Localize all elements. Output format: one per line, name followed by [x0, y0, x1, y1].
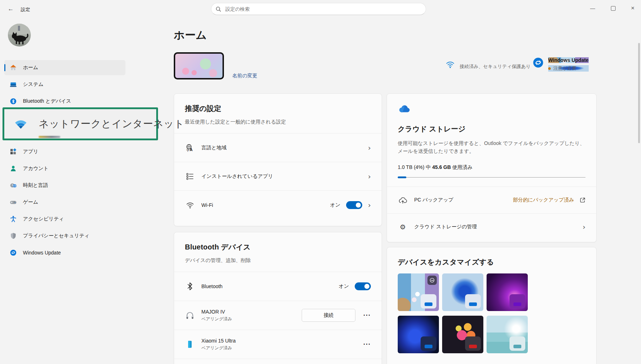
- progress-track: [398, 177, 585, 178]
- sidebar-item-time-language[interactable]: 時刻と言語: [4, 178, 125, 193]
- page-scrollbar[interactable]: [638, 43, 640, 143]
- sidebar-item-network-internet-magnified[interactable]: ネットワークとインターネット: [4, 117, 165, 131]
- row-manage-cloud-storage[interactable]: ⚙ クラウド ストレージの管理 ›: [387, 213, 596, 240]
- back-arrow-icon: ←: [8, 5, 14, 13]
- row-label: インストールされているアプリ: [201, 173, 273, 180]
- accent-pill: [469, 345, 477, 348]
- bluetooth-icon: [9, 97, 17, 105]
- bluetooth-glyph-icon: [185, 282, 195, 290]
- sidebar-item-system[interactable]: システム: [4, 77, 125, 92]
- chevron-right-icon: ›: [368, 173, 371, 180]
- theme-thumbnail-grid: [387, 267, 596, 353]
- sidebar-item-label: プライバシーとセキュリティ: [23, 233, 90, 239]
- theme-thumbnail-bloom-light[interactable]: [442, 273, 483, 311]
- row-cutoff: [174, 359, 382, 364]
- close-button[interactable]: ×: [628, 4, 638, 13]
- sidebar-item-bluetooth-devices[interactable]: Bluetooth とデバイス: [4, 94, 125, 109]
- windows-update-title: Windows Update: [548, 57, 589, 63]
- device-status: ペアリング済み: [201, 345, 236, 351]
- network-status[interactable]: 接続済み、セキュリティ保護あり: [445, 60, 531, 69]
- windows-update-icon: [9, 249, 17, 257]
- progress-fill: [398, 176, 406, 178]
- search-icon: [216, 6, 221, 12]
- sidebar-item-apps[interactable]: アプリ: [4, 144, 125, 159]
- row-language-region[interactable]: A字 言語と地域 ›: [174, 133, 382, 162]
- svg-text:A: A: [190, 148, 193, 152]
- phone-icon: [185, 340, 195, 349]
- rename-device-link[interactable]: 名前の変更: [232, 73, 257, 79]
- cloud-storage-card: クラウド ストレージ 使用可能なストレージを使用すると、Outlook でファイ…: [387, 93, 597, 242]
- settings-search[interactable]: [211, 3, 426, 15]
- more-options-icon[interactable]: ···: [363, 312, 371, 319]
- theme-thumbnail-bloom-dark[interactable]: [398, 316, 439, 353]
- wifi-icon: [185, 201, 195, 209]
- sidebar-item-label: Bluetooth とデバイス: [23, 98, 71, 105]
- row-device-xiaomi-15-ultra[interactable]: Xiaomi 15 Ultra ペアリング済み ···: [174, 330, 382, 359]
- system-icon: [9, 81, 17, 88]
- more-options-icon[interactable]: ···: [363, 341, 371, 348]
- chevron-right-icon: ›: [583, 223, 585, 230]
- sidebar-item-home[interactable]: ホーム: [4, 60, 125, 75]
- wifi-toggle[interactable]: [346, 201, 362, 209]
- row-label: 言語と地域: [201, 145, 226, 151]
- card-subtitle: 最近使用した設定と一般的に使用される設定: [185, 119, 371, 125]
- storage-progress-bar: [398, 176, 585, 179]
- shield-icon: [9, 232, 17, 240]
- theme-thumbnail-purple-glow[interactable]: [487, 273, 528, 311]
- search-input[interactable]: [225, 6, 421, 12]
- connect-button[interactable]: 接続: [302, 309, 355, 322]
- storage-used-value: 45.6 GB: [432, 164, 451, 170]
- bluetooth-toggle[interactable]: [355, 282, 371, 290]
- row-label: Wi-Fi: [201, 202, 213, 208]
- accent-pill: [469, 302, 477, 306]
- theme-thumbnail-lake-landscape[interactable]: [487, 316, 528, 353]
- time-language-icon: [9, 181, 17, 189]
- apps-icon: [9, 148, 17, 156]
- black-cat-photo: [8, 24, 31, 47]
- cloud-description: 使用可能なストレージを使用すると、Outlook でファイルをバックアップしたり…: [398, 140, 588, 155]
- minimize-button[interactable]: —: [588, 4, 598, 13]
- row-installed-apps[interactable]: インストールされているアプリ ›: [174, 162, 382, 190]
- theme-thumbnail-abstract-flower[interactable]: [442, 316, 483, 353]
- chevron-right-icon: ›: [368, 144, 371, 151]
- sidebar-item-accounts[interactable]: アカウント: [4, 161, 125, 176]
- sidebar-item-windows-update[interactable]: Windows Update: [4, 245, 125, 260]
- row-label: クラウド ストレージの管理: [414, 224, 477, 230]
- theme-preview-chip: [510, 336, 525, 351]
- row-pc-backup[interactable]: PC バックアップ 部分的にバックアップ済み: [387, 186, 596, 213]
- photo-badge-icon: [427, 276, 437, 285]
- storage-usage-text: 1.0 TB (4%) 中 45.6 GB 使用済み: [398, 164, 585, 171]
- sidebar-item-gaming[interactable]: ゲーム: [4, 195, 125, 210]
- row-label: PC バックアップ: [414, 197, 453, 203]
- sidebar-item-label: Windows Update: [23, 250, 61, 256]
- user-avatar[interactable]: [8, 24, 31, 47]
- theme-thumbnail-split-landscape[interactable]: [398, 273, 439, 311]
- theme-preview-chip: [465, 336, 481, 351]
- svg-text:字: 字: [186, 148, 190, 152]
- windows-update-status[interactable]: Windows Update 注意が必要: [533, 57, 589, 72]
- maximize-button[interactable]: [608, 4, 618, 13]
- device-name: Xiaomi 15 Ultra: [201, 338, 236, 344]
- windows-update-status-text: 注意が必要: [553, 65, 577, 72]
- sidebar-item-label: ゲーム: [23, 199, 38, 205]
- home-icon: [9, 64, 17, 72]
- attention-dot: [548, 67, 551, 70]
- app-title: 設定: [21, 6, 30, 13]
- close-icon: ×: [631, 5, 635, 12]
- language-region-icon: A字: [185, 144, 195, 152]
- sidebar-item-privacy-security[interactable]: プライバシーとセキュリティ: [4, 228, 125, 243]
- network-icon: [13, 117, 29, 131]
- row-wifi[interactable]: Wi-Fi オン ›: [174, 190, 382, 219]
- accent-pill: [425, 302, 432, 306]
- accessibility-icon: [9, 215, 17, 223]
- accent-pill: [513, 345, 521, 348]
- sidebar-item-label: 時刻と言語: [23, 182, 48, 189]
- accounts-icon: [9, 165, 17, 173]
- sidebar-item-accessibility[interactable]: アクセシビリティ: [4, 212, 125, 227]
- row-bluetooth-toggle[interactable]: Bluetooth オン: [174, 272, 382, 301]
- theme-preview-chip: [421, 336, 436, 351]
- device-name: MAJOR IV: [201, 309, 232, 315]
- back-button[interactable]: ←: [5, 4, 16, 14]
- chevron-right-icon: ›: [368, 202, 371, 209]
- row-device-major-iv[interactable]: MAJOR IV ペアリング済み 接続 ···: [174, 301, 382, 330]
